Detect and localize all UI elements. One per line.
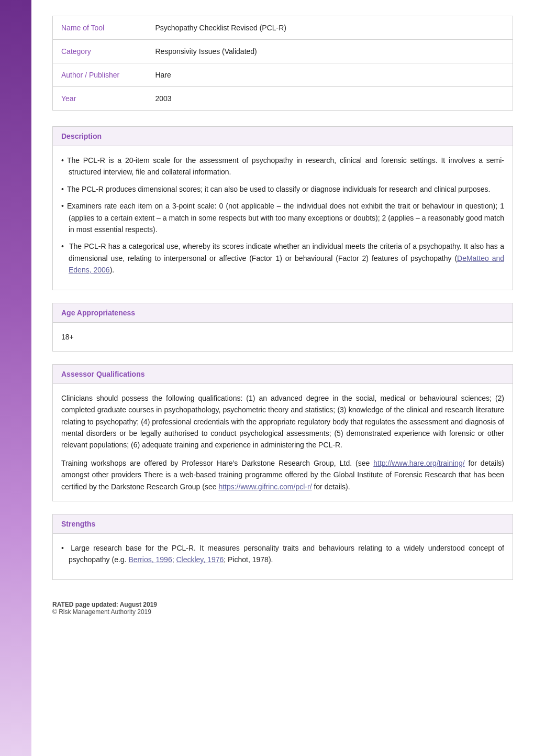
assessor-qualifications-para1: Clinicians should possess the following … [61,392,504,451]
info-table-label-2: Author / Publisher [53,63,147,87]
footer-copyright: © Risk Management Authority 2019 [52,608,513,616]
description-bullet-3: Examiners rate each item on a 3-point sc… [61,200,504,235]
age-appropriateness-section: Age Appropriateness 18+ [52,303,513,352]
cleckley-link[interactable]: Cleckley, 1976 [176,555,224,564]
assessor-qualifications-para2: Training workshops are offered by Profes… [61,457,504,492]
strengths-bullet-1: Large research base for the PCL-R. It me… [61,542,504,566]
info-table: Name of ToolPsychopathy Checklist Revise… [52,16,513,111]
info-table-label-3: Year [53,87,147,111]
age-appropriateness-value: 18+ [61,331,504,343]
info-table-label-1: Category [53,40,147,63]
gifrinc-link[interactable]: https://www.gifrinc.com/pcl-r/ [218,483,312,491]
strengths-section: Strengths Large research base for the PC… [52,514,513,580]
info-table-label-0: Name of Tool [53,16,147,40]
info-table-value-0: Psychopathy Checklist Revised (PCL-R) [147,16,513,40]
description-bullet-1: The PCL-R is a 20-item scale for the ass… [61,155,504,178]
footer-rated-label: RATED page updated: August 2019 [52,601,513,608]
footer: RATED page updated: August 2019 © Risk M… [52,596,513,616]
info-table-value-1: Responsivity Issues (Validated) [147,40,513,63]
assessor-qualifications-heading: Assessor Qualifications [53,365,513,384]
description-bullet-2: The PCL-R produces dimensional scores; i… [61,183,504,195]
description-bullet-4: The PCL-R has a categorical use, whereby… [61,240,504,276]
strengths-body: Large research base for the PCL-R. It me… [53,534,513,579]
strengths-heading: Strengths [53,514,513,534]
info-table-value-3: 2003 [147,87,513,111]
description-section: Description The PCL-R is a 20-item scale… [52,126,513,290]
description-heading: Description [53,127,513,146]
assessor-qualifications-section: Assessor Qualifications Clinicians shoul… [52,364,513,501]
berrios-link[interactable]: Berrios, 1996 [128,555,172,564]
description-body: The PCL-R is a 20-item scale for the ass… [53,146,513,290]
main-content: Name of ToolPsychopathy Checklist Revise… [31,0,534,647]
hare-training-link[interactable]: http://www.hare.org/training/ [373,459,464,467]
assessor-qualifications-body: Clinicians should possess the following … [53,384,513,501]
age-appropriateness-heading: Age Appropriateness [53,303,513,323]
sidebar-accent [0,0,31,756]
age-appropriateness-body: 18+ [53,323,513,351]
info-table-value-2: Hare [147,63,513,87]
